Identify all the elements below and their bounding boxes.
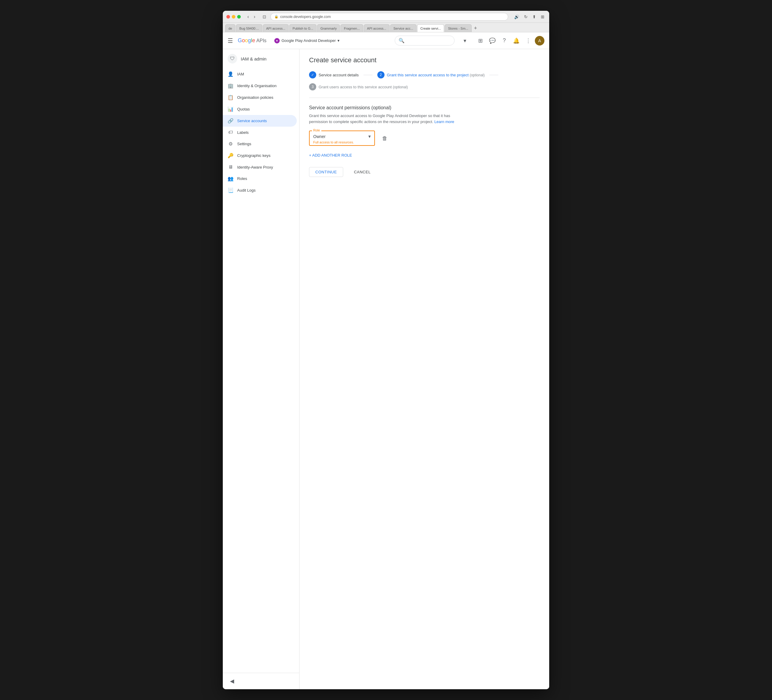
role-select[interactable]: Owner ▾ [313, 134, 371, 139]
step-1: ✓ Service account details [309, 71, 359, 79]
iam-icon: 👤 [227, 71, 234, 77]
dropdown-button[interactable]: ▾ [460, 35, 470, 46]
sidebar-footer: ◀ [223, 673, 299, 689]
learn-more-link[interactable]: Learn more [434, 119, 454, 124]
role-row: Role Owner ▾ Full access to all resource… [309, 131, 540, 146]
notifications-button[interactable]: 🔔 [511, 35, 522, 46]
minimize-window-button[interactable] [232, 15, 236, 18]
maximize-window-button[interactable] [237, 15, 241, 18]
apps-icon-button[interactable]: ⊞ [475, 35, 486, 46]
step-3-optional: (optional) [393, 85, 408, 89]
step-1-label: Service account details [319, 73, 359, 77]
tab-de[interactable]: de [225, 24, 236, 32]
refresh-button[interactable]: ↻ [523, 14, 529, 20]
project-name: Google Play Android Developer [281, 38, 336, 43]
quotas-icon: 📊 [227, 106, 234, 112]
roles-icon: 👥 [227, 176, 234, 182]
lock-icon: 🔒 [274, 15, 278, 18]
sidebar-item-quotas[interactable]: 📊 Quotas [223, 103, 297, 115]
app-header: ☰ Google APIs ● Google Play Android Deve… [223, 32, 549, 49]
step-3-label: Grant users access to this service accou… [319, 85, 408, 89]
url-text: console.developers.google.com [280, 15, 331, 19]
tab-fragment[interactable]: Fragmen... [340, 24, 363, 32]
forward-button[interactable]: › [252, 13, 257, 20]
tab-create-servi[interactable]: Create servi... [417, 24, 444, 32]
org-policies-icon: 📋 [227, 95, 234, 100]
tab-publish[interactable]: Publish to G... [289, 24, 317, 32]
role-dropdown-icon: ▾ [368, 134, 371, 139]
help-icon-button[interactable]: ? [499, 35, 510, 46]
browser-window: ‹ › ⊡ 🔒 console.developers.google.com 🔊 … [223, 11, 549, 689]
delete-role-button[interactable]: 🗑 [380, 133, 390, 144]
tab-grammarly[interactable]: Grammarly [317, 24, 340, 32]
sidebar-item-label: Labels [237, 130, 249, 135]
fullscreen-button[interactable]: ⊞ [540, 14, 546, 20]
add-another-role-button[interactable]: + ADD ANOTHER ROLE [309, 150, 352, 160]
tab-bug[interactable]: Bug 59400:... [236, 24, 262, 32]
step-1-circle: ✓ [309, 71, 316, 79]
share-button[interactable]: ⬆ [531, 14, 537, 20]
step-3: 3 Grant users access to this service acc… [309, 83, 408, 90]
section-divider [309, 98, 540, 98]
sidebar-nav: 👤 IAM 🏢 Identity & Organisation 📋 Organi… [223, 67, 299, 673]
chevron-down-icon: ▾ [337, 38, 340, 43]
header-search[interactable]: 🔍 [395, 36, 455, 46]
tab-bar: de Bug 59400:... API access... Publish t… [223, 23, 549, 32]
service-accounts-icon: 🔗 [227, 118, 234, 124]
sidebar-item-label: IAM [237, 72, 244, 76]
sidebar-item-identity-proxy[interactable]: 🖥 Identity-Aware Proxy [223, 161, 297, 173]
google-apis-logo[interactable]: Google APIs [238, 38, 267, 44]
sidebar-item-identity-org[interactable]: 🏢 Identity & Organisation [223, 80, 297, 92]
audit-logs-icon: 📃 [227, 187, 234, 193]
sidebar-item-label: Cryptographic keys [237, 153, 270, 158]
continue-button[interactable]: CONTINUE [309, 167, 343, 177]
sidebar-item-org-policies[interactable]: 📋 Organisation policies [223, 92, 297, 103]
sidebar-item-audit-logs[interactable]: 📃 Audit Logs [223, 185, 297, 196]
role-field-label: Role [312, 128, 321, 132]
permissions-description: Grant this service account access to Goo… [309, 113, 540, 124]
traffic-lights [226, 15, 241, 18]
tab-stores[interactable]: Stores - Sm... [445, 24, 471, 32]
sidebar-header: 🛡 IAM & admin [223, 49, 299, 67]
hamburger-menu-button[interactable]: ☰ [227, 37, 233, 44]
address-bar[interactable]: 🔒 console.developers.google.com [270, 13, 508, 21]
identity-proxy-icon: 🖥 [227, 164, 234, 170]
sidebar-item-labels[interactable]: 🏷 Labels [223, 127, 297, 138]
tab-api-access-2[interactable]: API access... [364, 24, 389, 32]
back-button[interactable]: ‹ [245, 13, 251, 20]
step-divider-2 [489, 75, 498, 75]
sidebar: 🛡 IAM & admin 👤 IAM 🏢 Identity & Organis… [223, 49, 299, 689]
sidebar-item-label: Quotas [237, 107, 250, 111]
close-window-button[interactable] [226, 15, 230, 18]
sidebar-item-label: Roles [237, 177, 247, 181]
support-icon-button[interactable]: 💬 [487, 35, 498, 46]
tab-list-button[interactable]: ⊡ [261, 14, 268, 20]
delete-icon: 🗑 [382, 135, 388, 141]
volume-icon[interactable]: 🔊 [513, 14, 520, 20]
sidebar-item-roles[interactable]: 👥 Roles [223, 173, 297, 185]
google-logo: Google [238, 38, 255, 44]
user-avatar[interactable]: A [535, 36, 545, 46]
sidebar-item-iam[interactable]: 👤 IAM [223, 68, 297, 80]
step-divider-1 [363, 75, 373, 75]
tab-service-acc[interactable]: Service acc... [390, 24, 417, 32]
search-icon: 🔍 [399, 38, 404, 43]
sidebar-item-service-accounts[interactable]: 🔗 Service accounts [223, 115, 297, 127]
stepper: ✓ Service account details 2 Grant this s… [309, 71, 540, 90]
add-role-label: + ADD ANOTHER ROLE [309, 153, 352, 157]
sidebar-item-label: Service accounts [237, 119, 267, 123]
iam-admin-icon: 🛡 [227, 54, 237, 64]
sidebar-item-crypto-keys[interactable]: 🔑 Cryptographic keys [223, 150, 297, 161]
collapse-sidebar-button[interactable]: ◀ [227, 677, 237, 685]
tab-api-access-1[interactable]: API access... [263, 24, 289, 32]
page-title: Create service account [309, 56, 540, 64]
sidebar-item-settings[interactable]: ⚙ Settings [223, 138, 297, 150]
new-tab-button[interactable]: + [472, 24, 479, 32]
crypto-keys-icon: 🔑 [227, 153, 234, 159]
cancel-button[interactable]: CANCEL [348, 167, 377, 177]
more-options-button[interactable]: ⋮ [523, 35, 534, 46]
step-2-optional: (optional) [469, 73, 484, 77]
project-selector[interactable]: ● Google Play Android Developer ▾ [271, 36, 343, 45]
sidebar-item-label: Identity & Organisation [237, 83, 277, 88]
main-layout: 🛡 IAM & admin 👤 IAM 🏢 Identity & Organis… [223, 49, 549, 689]
